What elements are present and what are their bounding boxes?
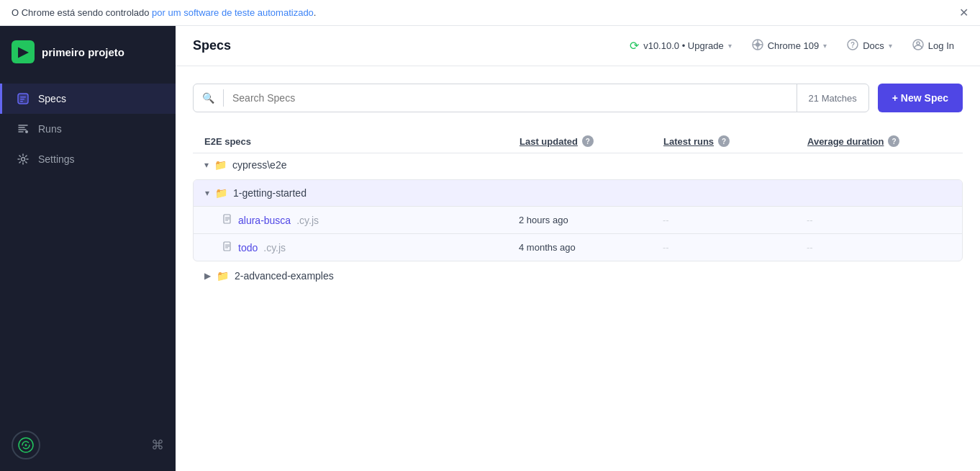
docs-icon: ?: [847, 39, 858, 53]
user-icon: [912, 39, 924, 53]
svg-point-18: [917, 42, 920, 45]
subfolder-getting-started[interactable]: ▾ 📁 1-getting-started: [194, 180, 962, 207]
runs-icon: [17, 122, 30, 135]
file-name-ext: .cy.js: [263, 242, 286, 254]
subfolder-advanced-examples[interactable]: ▶ 📁 2-advanced-examples: [193, 264, 963, 287]
docs-label: Docs: [863, 40, 884, 51]
subfolder-name: 1-getting-started: [233, 187, 307, 199]
svg-rect-3: [20, 99, 24, 100]
main-content: Specs ⟳ v10.10.0 • Upgrade ▾: [176, 26, 980, 471]
sidebar-item-label-runs: Runs: [38, 123, 62, 135]
last-updated-help-icon[interactable]: ?: [582, 135, 594, 147]
top-header: Specs ⟳ v10.10.0 • Upgrade ▾: [176, 26, 980, 66]
login-button[interactable]: Log In: [904, 35, 963, 58]
version-label: v10.10.0 • Upgrade: [643, 40, 724, 51]
average-duration-help-icon[interactable]: ?: [888, 135, 899, 147]
collapse-icon: ▾: [204, 160, 209, 170]
settings-icon: [17, 153, 30, 166]
chevron-down-icon: ▾: [889, 42, 892, 50]
notification-link[interactable]: por um software de teste automatizado: [152, 7, 314, 18]
notification-text: O Chrome está sendo controlado por um so…: [12, 7, 316, 18]
svg-rect-2: [20, 97, 26, 98]
file-tree: ▾ 📁 cypress\e2e ▾ 📁 1-getting-started: [193, 153, 963, 287]
chevron-down-icon: ▾: [823, 42, 827, 50]
column-last-updated: Last updated ?: [520, 135, 663, 147]
project-logo: ▶: [12, 40, 35, 63]
last-updated-label: Last updated: [520, 136, 578, 147]
subfolder-icon: 📁: [215, 187, 227, 199]
file-name-cell: todo .cy.js: [222, 241, 519, 254]
search-matches-count: 21 Matches: [797, 84, 868, 112]
column-latest-runs: Latest runs ?: [663, 135, 807, 147]
version-button[interactable]: ⟳ v10.10.0 • Upgrade ▾: [621, 35, 740, 57]
table-header: E2E specs Last updated ? Latest runs ? A…: [193, 130, 963, 153]
folder-icon: 📁: [217, 270, 229, 282]
file-name-cell: alura-busca .cy.js: [222, 214, 519, 226]
project-name: primeiro projeto: [42, 46, 124, 58]
file-icon: [222, 214, 232, 226]
sidebar: ▶ primeiro projeto Specs: [0, 26, 176, 471]
svg-point-8: [25, 444, 27, 447]
browser-label: Chrome 109: [768, 40, 820, 51]
specs-icon: [17, 92, 30, 105]
sidebar-item-specs[interactable]: Specs: [0, 84, 176, 114]
search-icon: 🔍: [194, 92, 223, 104]
folder-icon: 📁: [214, 159, 227, 171]
expand-icon: ▶: [204, 271, 211, 281]
file-average-duration: --: [807, 242, 950, 253]
root-folder[interactable]: ▾ 📁 cypress\e2e: [193, 153, 963, 176]
collapse-subfolder-icon: ▾: [205, 188, 209, 198]
sidebar-item-label-settings: Settings: [38, 153, 75, 165]
file-icon: [222, 241, 232, 254]
file-average-duration: --: [807, 215, 950, 225]
e2e-specs-label: E2E specs: [204, 136, 251, 147]
sidebar-item-label-specs: Specs: [38, 93, 66, 104]
search-input[interactable]: [232, 92, 797, 104]
file-last-updated: 4 months ago: [519, 242, 663, 253]
sidebar-nav: Specs Runs Settings: [0, 78, 176, 419]
file-latest-runs: --: [663, 215, 807, 225]
file-row-alura-busca[interactable]: alura-busca .cy.js 2 hours ago -- --: [194, 207, 962, 234]
root-folder-name: cypress\e2e: [232, 159, 286, 171]
file-name-main: alura-busca: [238, 215, 291, 226]
subfolder-getting-started-container: ▾ 📁 1-getting-started: [193, 179, 963, 261]
file-name-ext: .cy.js: [296, 215, 319, 226]
svg-rect-4: [20, 101, 23, 102]
file-last-updated: 2 hours ago: [519, 215, 663, 225]
file-latest-runs: --: [663, 242, 807, 253]
upgrade-icon: ⟳: [630, 39, 639, 53]
chrome-icon: [752, 39, 763, 53]
new-spec-button[interactable]: + New Spec: [878, 84, 963, 112]
average-duration-label: Average duration: [807, 136, 884, 147]
svg-point-5: [25, 130, 28, 133]
file-name-main: todo: [238, 242, 258, 254]
page-title: Specs: [193, 38, 231, 53]
sidebar-item-settings[interactable]: Settings: [0, 144, 176, 174]
svg-point-6: [22, 158, 25, 161]
browser-button[interactable]: Chrome 109 ▾: [743, 35, 836, 58]
svg-point-10: [756, 42, 760, 47]
sidebar-header: ▶ primeiro projeto: [0, 26, 176, 78]
header-actions: ⟳ v10.10.0 • Upgrade ▾: [621, 35, 963, 58]
column-e2e-specs: E2E specs: [204, 135, 520, 147]
subfolder-advanced-name: 2-advanced-examples: [235, 270, 334, 282]
login-label: Log In: [928, 40, 954, 51]
keyboard-shortcut-icon[interactable]: ⌘: [151, 437, 164, 453]
file-row-todo[interactable]: todo .cy.js 4 months ago -- --: [194, 234, 962, 261]
latest-runs-help-icon[interactable]: ?: [718, 135, 730, 147]
cypress-logo: [12, 431, 40, 459]
search-input-wrapper: 🔍 21 Matches: [193, 84, 869, 112]
content-area: 🔍 21 Matches + New Spec E2E specs Last u…: [176, 66, 980, 471]
search-row: 🔍 21 Matches + New Spec: [193, 84, 963, 112]
latest-runs-label: Latest runs: [663, 136, 714, 147]
notification-bar: O Chrome está sendo controlado por um so…: [0, 0, 980, 26]
docs-button[interactable]: ? Docs ▾: [838, 35, 901, 58]
column-average-duration: Average duration ?: [807, 135, 951, 147]
close-icon[interactable]: ✕: [959, 7, 968, 19]
sidebar-footer: ⌘: [0, 419, 176, 471]
svg-text:?: ?: [850, 41, 855, 49]
sidebar-item-runs[interactable]: Runs: [0, 114, 176, 144]
chevron-down-icon: ▾: [728, 42, 732, 50]
